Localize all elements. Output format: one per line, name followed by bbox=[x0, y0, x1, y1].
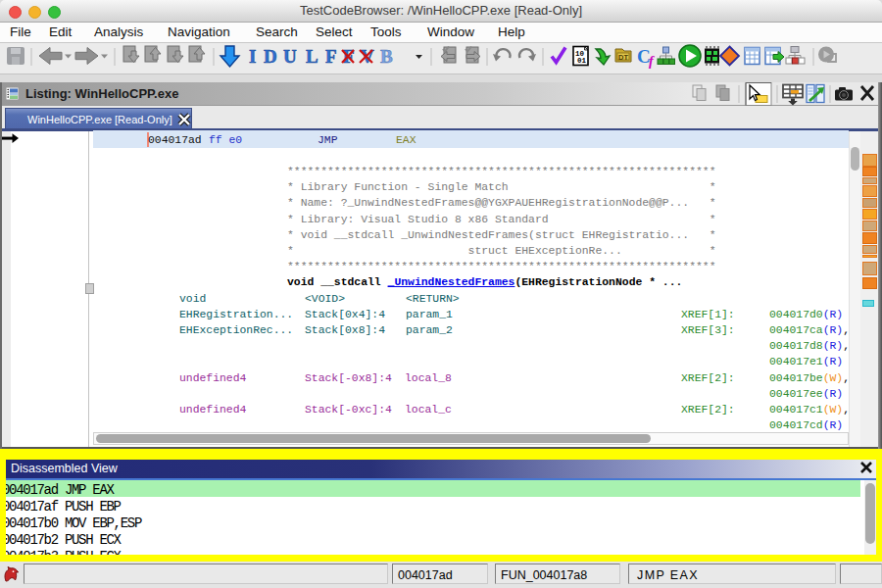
svg-text:F: F bbox=[325, 46, 337, 67]
svg-text:f: f bbox=[649, 54, 655, 69]
svg-text:I: I bbox=[249, 46, 256, 67]
svg-text:B: B bbox=[380, 46, 393, 67]
svg-text:01: 01 bbox=[577, 57, 587, 65]
svg-text:DT: DT bbox=[618, 53, 628, 62]
svg-text:U: U bbox=[283, 46, 297, 67]
svg-text:L: L bbox=[306, 46, 318, 67]
svg-text:D: D bbox=[264, 46, 277, 67]
